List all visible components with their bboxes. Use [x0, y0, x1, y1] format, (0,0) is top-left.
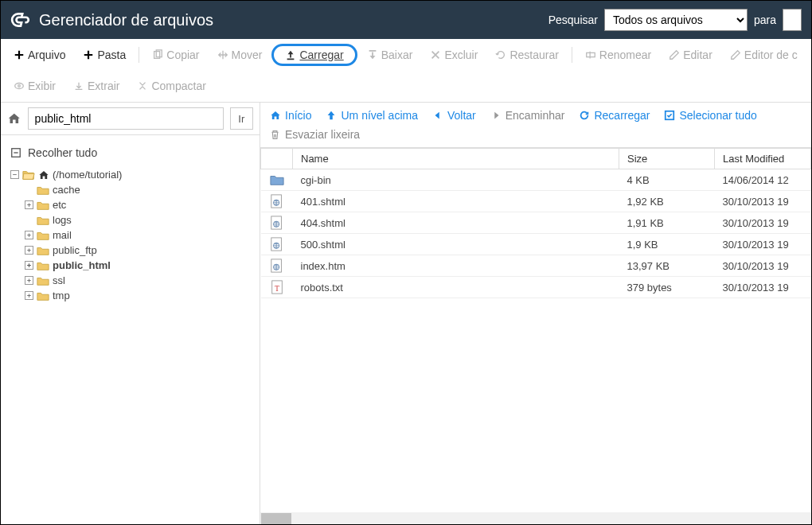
nav-home-button[interactable]: Início	[270, 109, 311, 122]
go-button[interactable]: Ir	[230, 107, 253, 130]
nav-back-button[interactable]: Voltar	[432, 109, 476, 122]
copy-button[interactable]: Copiar	[144, 44, 207, 66]
search-label: Pesquisar	[548, 14, 598, 26]
delete-button[interactable]: Excluir	[422, 44, 486, 66]
col-modified[interactable]: Last Modified	[715, 149, 811, 169]
expander-icon[interactable]: +	[25, 200, 33, 209]
forward-icon	[490, 110, 502, 121]
tree-item[interactable]: +public_ftp	[25, 243, 253, 258]
file-name: 401.shtml	[293, 191, 619, 212]
file-type-icon	[261, 234, 293, 255]
expander-icon[interactable]: +	[25, 231, 33, 239]
sidebar: Ir Recolher tudo − (/home/tutorial) cach…	[1, 103, 260, 525]
file-name: cgi-bin	[293, 169, 619, 191]
tree-item-label: tmp	[53, 290, 70, 301]
tree-item[interactable]: +tmp	[25, 288, 253, 303]
tree-item-label: logs	[53, 214, 72, 226]
app-header: Gerenciador de arquivos Pesquisar Todos …	[1, 1, 811, 39]
table-row[interactable]: 500.shtml1,9 KB30/10/2013 19	[261, 234, 811, 255]
nav-up-button[interactable]: Um nível acima	[326, 109, 417, 122]
delete-icon	[430, 49, 441, 60]
file-modified: 30/10/2013 19	[715, 234, 811, 255]
restore-button[interactable]: Restaurar	[487, 44, 566, 66]
table-row[interactable]: 401.shtml1,92 KB30/10/2013 19	[261, 191, 811, 212]
tree-item-label: public_html	[53, 259, 111, 271]
tree-item[interactable]: logs	[25, 212, 253, 228]
download-button[interactable]: Baixar	[359, 44, 421, 66]
tree-item[interactable]: +etc	[25, 197, 253, 212]
file-modified: 30/10/2013 19	[715, 191, 811, 212]
table-row[interactable]: 404.shtml1,91 KB30/10/2013 19	[261, 212, 811, 234]
horizontal-scrollbar[interactable]	[260, 512, 811, 525]
plus-icon	[14, 49, 25, 60]
file-modified: 30/10/2013 19	[715, 255, 811, 277]
extract-button[interactable]: Extrair	[65, 75, 127, 97]
col-size[interactable]: Size	[619, 149, 715, 169]
file-size: 1,91 KB	[619, 212, 715, 234]
folder-icon	[37, 260, 49, 271]
expander-icon[interactable]: +	[25, 291, 33, 300]
compress-button[interactable]: Compactar	[129, 75, 213, 97]
tree-item-label: cache	[53, 184, 80, 196]
upload-button[interactable]: Carregar	[271, 44, 357, 66]
nav-select-all-button[interactable]: Selecionar tudo	[664, 109, 756, 122]
main-toolbar: Arquivo Pasta Copiar Mover Carregar Baix…	[1, 39, 811, 103]
tree-root[interactable]: − (/home/tutorial)	[10, 167, 253, 182]
table-row[interactable]: index.htm13,97 KB30/10/2013 19	[261, 255, 811, 277]
nav-forward-button[interactable]: Encaminhar	[490, 109, 565, 122]
content-nav: Início Um nível acima Voltar Encaminhar …	[260, 103, 811, 125]
expander-icon[interactable]	[25, 185, 33, 194]
col-icon[interactable]	[261, 149, 293, 169]
home-icon[interactable]	[7, 111, 21, 126]
folder-icon	[37, 200, 49, 211]
tree-item[interactable]: +public_html	[25, 258, 253, 273]
file-name: index.htm	[293, 255, 619, 277]
code-editor-button[interactable]: Editor de c	[722, 44, 806, 66]
folder-icon	[37, 245, 49, 256]
expander-icon[interactable]: +	[25, 246, 33, 255]
reload-icon	[579, 110, 590, 121]
folder-icon	[37, 290, 49, 301]
tree-item[interactable]: +ssl	[25, 273, 253, 288]
folder-icon	[37, 230, 49, 241]
col-name[interactable]: Name	[293, 149, 619, 169]
file-type-icon	[261, 255, 293, 277]
view-button[interactable]: Exibir	[6, 75, 64, 97]
new-folder-button[interactable]: Pasta	[75, 44, 134, 66]
file-table-container: Name Size Last Modified cgi-bin4 KB14/06…	[260, 147, 811, 525]
path-input[interactable]	[28, 107, 224, 130]
home-icon	[38, 169, 49, 181]
expander-icon[interactable]: +	[25, 261, 33, 270]
folder-tree: − (/home/tutorial) cache+etclogs+mail+pu…	[1, 167, 260, 313]
move-button[interactable]: Mover	[209, 44, 271, 66]
cpanel-logo-icon	[10, 10, 31, 30]
upload-icon	[285, 49, 296, 60]
file-type-icon	[261, 212, 293, 234]
rename-button[interactable]: Renomear	[577, 44, 659, 66]
new-file-button[interactable]: Arquivo	[6, 44, 73, 66]
toolbar-separator	[139, 47, 139, 63]
check-icon	[664, 110, 675, 121]
toolbar-separator	[572, 47, 572, 63]
nav-reload-button[interactable]: Recarregar	[579, 109, 650, 122]
tree-root-label: (/home/tutorial)	[53, 169, 122, 181]
extract-icon	[73, 80, 84, 91]
expander-icon[interactable]	[25, 216, 33, 224]
move-icon	[217, 49, 228, 60]
file-type-icon: T	[261, 277, 293, 298]
expander-icon[interactable]: −	[10, 170, 19, 179]
expander-icon[interactable]: +	[25, 276, 33, 285]
tree-item[interactable]: +mail	[25, 228, 253, 243]
table-row[interactable]: cgi-bin4 KB14/06/2014 12	[261, 169, 811, 191]
search-scope-select[interactable]: Todos os arquivos	[604, 9, 748, 31]
file-name: robots.txt	[293, 277, 619, 298]
edit-button[interactable]: Editar	[661, 44, 720, 66]
tree-item[interactable]: cache	[25, 182, 253, 197]
table-row[interactable]: Trobots.txt379 bytes30/10/2013 19	[261, 277, 811, 298]
file-size: 4 KB	[619, 169, 715, 191]
file-type-icon	[261, 191, 293, 212]
collapse-all-button[interactable]: Recolher tudo	[1, 135, 260, 167]
file-name: 404.shtml	[293, 212, 619, 234]
empty-trash-button[interactable]: Esvaziar lixeira	[260, 125, 811, 147]
search-input[interactable]	[783, 9, 802, 31]
